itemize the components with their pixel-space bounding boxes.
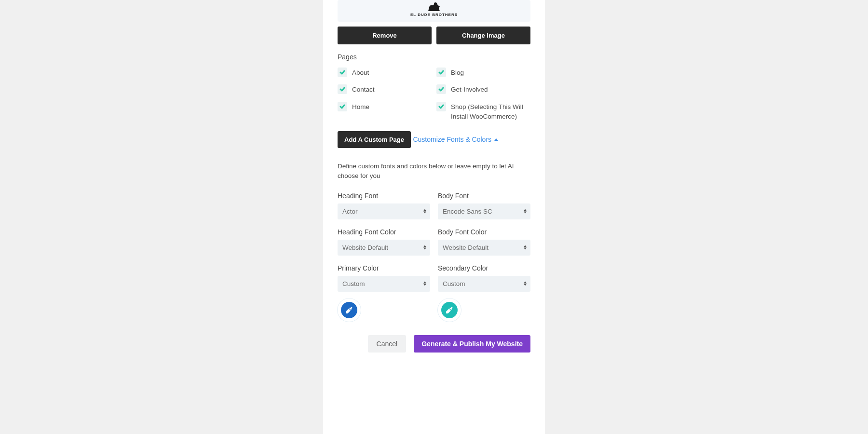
svg-point-0 xyxy=(434,2,437,5)
eyedropper-icon xyxy=(345,306,353,314)
page-label: Home xyxy=(352,102,369,112)
body-font-color-select[interactable]: Website Default xyxy=(438,240,530,256)
primary-color-swatch xyxy=(341,302,357,318)
checkbox-get-involved[interactable] xyxy=(436,84,446,94)
eyedropper-icon xyxy=(446,306,453,314)
body-font-select[interactable]: Encode Sans SC xyxy=(438,203,530,219)
heading-font-select[interactable]: Actor xyxy=(338,203,430,219)
page-label: Shop (Selecting This Will Install WooCom… xyxy=(451,102,530,122)
heading-font-color-label: Heading Font Color xyxy=(338,228,430,236)
logo-caption: EL DUDE BROTHERS xyxy=(410,13,458,17)
page-item-contact[interactable]: Contact xyxy=(338,84,432,95)
select-arrows-icon xyxy=(524,282,527,286)
logo-silhouette xyxy=(415,1,453,11)
customize-description: Define custom fonts and colors below or … xyxy=(338,162,530,181)
remove-button[interactable]: Remove xyxy=(338,27,432,44)
checkmark-icon xyxy=(339,69,345,75)
checkbox-about[interactable] xyxy=(338,68,347,77)
page-item-about[interactable]: About xyxy=(338,68,432,78)
primary-color-picker[interactable] xyxy=(338,298,361,322)
page-item-blog[interactable]: Blog xyxy=(436,68,530,78)
checkmark-icon xyxy=(438,104,444,109)
customize-fonts-colors-toggle[interactable]: Customize Fonts & Colors xyxy=(413,136,498,143)
select-arrows-icon xyxy=(423,282,426,286)
logo-preview: EL DUDE BROTHERS xyxy=(338,0,530,22)
checkbox-shop[interactable] xyxy=(436,102,446,111)
page-label: Blog xyxy=(451,68,464,78)
pages-label: Pages xyxy=(338,53,530,61)
page-item-shop[interactable]: Shop (Selecting This Will Install WooCom… xyxy=(436,102,530,122)
change-image-button[interactable]: Change Image xyxy=(436,27,530,44)
checkmark-icon xyxy=(339,104,345,109)
collapse-icon xyxy=(494,138,498,141)
secondary-color-select[interactable]: Custom xyxy=(438,276,530,292)
primary-color-label: Primary Color xyxy=(338,264,430,272)
add-custom-page-button[interactable]: Add A Custom Page xyxy=(338,131,411,148)
checkbox-contact[interactable] xyxy=(338,84,347,94)
page-item-home[interactable]: Home xyxy=(338,102,432,122)
select-arrows-icon xyxy=(423,209,426,214)
select-arrows-icon xyxy=(524,245,527,250)
page-label: Contact xyxy=(352,84,375,95)
page-label: Get-Involved xyxy=(451,84,488,95)
generate-publish-button[interactable]: Generate & Publish My Website xyxy=(414,335,530,353)
cancel-button[interactable]: Cancel xyxy=(368,335,407,353)
checkmark-icon xyxy=(339,86,345,92)
body-font-color-label: Body Font Color xyxy=(438,228,530,236)
secondary-color-label: Secondary Color xyxy=(438,264,530,272)
checkbox-blog[interactable] xyxy=(436,68,446,77)
select-arrows-icon xyxy=(423,245,426,250)
page-item-get-involved[interactable]: Get-Involved xyxy=(436,84,530,95)
heading-font-color-select[interactable]: Website Default xyxy=(338,240,430,256)
checkmark-icon xyxy=(438,86,444,92)
heading-font-label: Heading Font xyxy=(338,192,430,200)
select-arrows-icon xyxy=(524,209,527,214)
primary-color-select[interactable]: Custom xyxy=(338,276,430,292)
body-font-label: Body Font xyxy=(438,192,530,200)
page-label: About xyxy=(352,68,369,78)
secondary-color-swatch xyxy=(441,302,458,318)
secondary-color-picker[interactable] xyxy=(438,298,461,322)
checkbox-home[interactable] xyxy=(338,102,347,111)
checkmark-icon xyxy=(438,69,444,75)
customize-link-text: Customize Fonts & Colors xyxy=(413,136,491,143)
